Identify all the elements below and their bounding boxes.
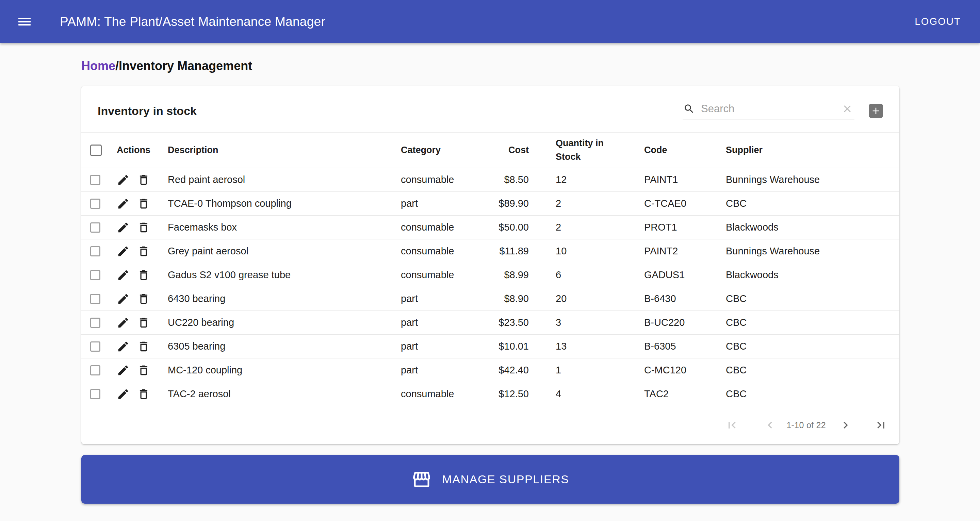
first-page-button[interactable] (725, 418, 739, 432)
delete-icon (137, 245, 150, 258)
row-checkbox[interactable] (90, 199, 100, 209)
row-checkbox[interactable] (90, 389, 100, 399)
row-checkbox[interactable] (90, 222, 100, 233)
breadcrumb-home-link[interactable]: Home (81, 59, 115, 73)
delete-icon (137, 364, 150, 377)
delete-button[interactable] (137, 245, 150, 258)
cell-description: Gadus S2 v100 grease tube (168, 269, 401, 281)
clear-search-button[interactable] (842, 103, 853, 114)
column-header-category: Category (401, 145, 486, 156)
edit-button[interactable] (117, 316, 130, 329)
delete-button[interactable] (137, 316, 150, 329)
cell-category: consumable (401, 174, 486, 185)
cell-cost: $11.89 (486, 246, 529, 257)
breadcrumb-current: Inventory Management (119, 59, 252, 73)
edit-button[interactable] (117, 364, 130, 377)
delete-button[interactable] (137, 197, 150, 210)
cell-category: part (401, 341, 486, 352)
cell-supplier: CBC (726, 341, 899, 352)
cell-code: PAINT1 (644, 174, 726, 185)
cell-code: B-6430 (644, 293, 726, 304)
row-checkbox[interactable] (90, 365, 100, 375)
row-checkbox[interactable] (90, 246, 100, 256)
next-page-button[interactable] (839, 418, 853, 432)
inventory-card: Inventory in stock Actions Description C… (81, 86, 899, 444)
card-header: Inventory in stock (81, 86, 899, 132)
cell-description: 6305 bearing (168, 341, 401, 352)
menu-icon[interactable] (18, 11, 39, 32)
column-header-cost: Cost (486, 145, 529, 156)
row-checkbox[interactable] (90, 318, 100, 328)
row-checkbox[interactable] (90, 294, 100, 304)
edit-button[interactable] (117, 221, 130, 234)
next-page-icon (839, 418, 853, 432)
cell-description: TAC-2 aerosol (168, 388, 401, 400)
delete-icon (137, 388, 150, 400)
previous-page-button[interactable] (763, 418, 777, 432)
cell-category: consumable (401, 222, 486, 233)
cell-cost: $89.90 (486, 198, 529, 209)
cell-quantity: 20 (556, 293, 644, 304)
cell-supplier: Blackwoods (726, 222, 899, 233)
cell-supplier: CBC (726, 293, 899, 304)
column-header-actions: Actions (117, 145, 168, 156)
cell-supplier: CBC (726, 317, 899, 328)
last-page-button[interactable] (874, 418, 888, 432)
cell-cost: $12.50 (486, 388, 529, 400)
edit-icon (117, 268, 130, 281)
app-bar: PAMM: The Plant/Asset Maintenance Manage… (0, 0, 980, 43)
edit-icon (117, 221, 130, 234)
delete-icon (137, 316, 150, 329)
delete-icon (137, 268, 150, 281)
cell-code: C-TCAE0 (644, 198, 726, 209)
card-title: Inventory in stock (98, 105, 682, 118)
clear-icon (842, 103, 853, 114)
edit-button[interactable] (117, 292, 130, 305)
edit-icon (117, 364, 130, 377)
edit-button[interactable] (117, 245, 130, 258)
cell-category: consumable (401, 388, 486, 400)
select-all-checkbox[interactable] (90, 145, 102, 156)
cell-cost: $8.99 (486, 269, 529, 281)
edit-button[interactable] (117, 197, 130, 210)
previous-page-icon (763, 418, 777, 432)
cell-code: PAINT2 (644, 246, 726, 257)
cell-quantity: 4 (556, 388, 644, 400)
column-header-quantity: Quantity in Stock (556, 137, 644, 163)
edit-button[interactable] (117, 388, 130, 400)
manage-suppliers-button[interactable]: MANAGE SUPPLIERS (81, 455, 899, 504)
delete-button[interactable] (137, 292, 150, 305)
delete-button[interactable] (137, 340, 150, 353)
pagination-range: 1-10 of 22 (786, 420, 826, 430)
edit-icon (117, 245, 130, 258)
cell-description: Grey paint aerosol (168, 246, 401, 257)
cell-quantity: 13 (556, 341, 644, 352)
table-row: UC220 bearing part $23.50 3 B-UC220 CBC (81, 311, 899, 335)
delete-button[interactable] (137, 364, 150, 377)
delete-button[interactable] (137, 388, 150, 400)
cell-code: TAC2 (644, 388, 726, 400)
row-checkbox[interactable] (90, 270, 100, 280)
delete-button[interactable] (137, 173, 150, 186)
delete-button[interactable] (137, 268, 150, 281)
cell-description: 6430 bearing (168, 293, 401, 304)
edit-button[interactable] (117, 173, 130, 186)
row-checkbox[interactable] (90, 175, 100, 185)
edit-button[interactable] (117, 268, 130, 281)
table-row: 6430 bearing part $8.90 20 B-6430 CBC (81, 287, 899, 311)
row-checkbox[interactable] (90, 342, 100, 352)
cell-description: Facemasks box (168, 222, 401, 233)
edit-icon (117, 340, 130, 353)
table-row: TCAE-0 Thompson coupling part $89.90 2 C… (81, 192, 899, 216)
pagination: 1-10 of 22 (81, 406, 899, 444)
cell-cost: $10.01 (486, 341, 529, 352)
delete-button[interactable] (137, 221, 150, 234)
cell-quantity: 10 (556, 246, 644, 257)
cell-supplier: Blackwoods (726, 269, 899, 281)
logout-button[interactable]: LOGOUT (909, 13, 966, 30)
cell-quantity: 1 (556, 365, 644, 376)
add-item-button[interactable] (869, 104, 883, 118)
search-input[interactable] (700, 102, 842, 115)
edit-button[interactable] (117, 340, 130, 353)
column-header-supplier: Supplier (726, 145, 899, 156)
